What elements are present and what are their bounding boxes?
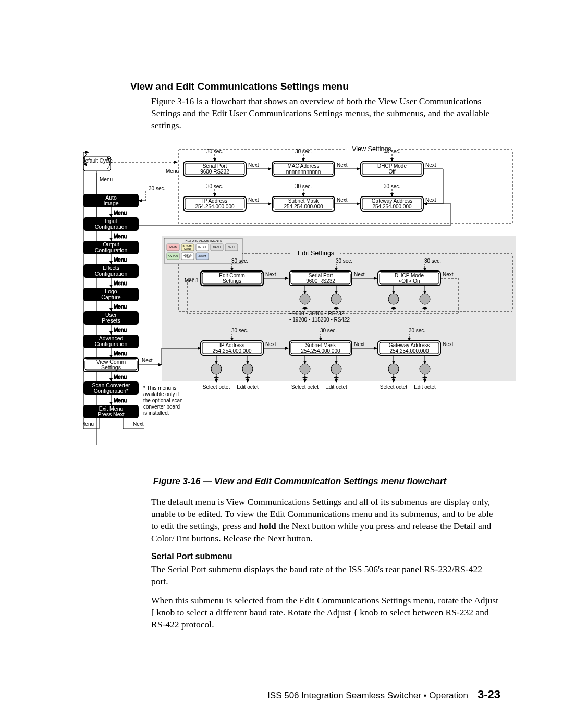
svg-text:Next: Next	[425, 197, 436, 203]
svg-point-155	[331, 294, 341, 304]
svg-text:30 sec.: 30 sec.	[231, 258, 248, 264]
picture-adjustments-panel: PICTURE ADJUSTMENTS R/G/B BRIGHTCONT DET…	[164, 238, 242, 263]
svg-text:254.254.000.000: 254.254.000.000	[372, 204, 412, 209]
svg-text:Gateway Address: Gateway Address	[389, 342, 430, 348]
svg-text:NEXT: NEXT	[228, 245, 235, 249]
svg-text:converter board: converter board	[143, 404, 180, 410]
view-row1: Serial Port 9600 RS232 30 sec. Next Menu…	[166, 149, 443, 204]
figure-caption: Figure 3-16 — View and Edit Communicatio…	[99, 476, 500, 487]
svg-text:Next: Next	[337, 197, 348, 203]
svg-text:is installed.: is installed.	[143, 410, 169, 416]
svg-text:available only if: available only if	[143, 391, 179, 397]
svg-point-153	[300, 294, 310, 304]
svg-point-198	[331, 364, 341, 374]
serial-port-p2: When this submenu is selected from the E…	[151, 595, 500, 631]
svg-text:Off: Off	[388, 169, 395, 175]
svg-text:Next: Next	[354, 272, 365, 277]
svg-text:IP Address: IP Address	[202, 198, 227, 204]
svg-text:ZOOM: ZOOM	[199, 254, 206, 257]
svg-text:Next: Next	[248, 162, 259, 168]
svg-text:Subnet Mask: Subnet Mask	[288, 198, 319, 204]
svg-text:◂▸: ◂▸	[334, 305, 339, 311]
svg-text:Next: Next	[142, 357, 153, 363]
svg-text:9600         RS232: 9600 RS232	[200, 169, 229, 175]
svg-text:30 sec.: 30 sec.	[206, 149, 223, 154]
serial-port-p1: The Serial Port submenu displays the bau…	[151, 563, 500, 587]
svg-text:254.254.000.000: 254.254.000.000	[284, 204, 323, 209]
svg-text:H/V POS: H/V POS	[168, 254, 179, 257]
view-row2: IP Address 254.254.000.000 30 sec. Next …	[183, 183, 436, 211]
svg-text:30 sec.: 30 sec.	[384, 149, 400, 154]
svg-text:R/G/B: R/G/B	[169, 245, 177, 249]
svg-text:30 sec.: 30 sec.	[295, 149, 312, 154]
svg-text:Menu: Menu	[114, 257, 127, 263]
svg-text:30 sec.: 30 sec.	[320, 328, 337, 334]
svg-text:Configuration: Configuration	[95, 270, 128, 277]
svg-text:Menu: Menu	[114, 233, 127, 239]
svg-text:◂▸: ◂▸	[302, 305, 308, 311]
svg-text:Settings: Settings	[223, 278, 241, 284]
svg-text:<Off>         On: <Off> On	[399, 278, 420, 284]
svg-text:Menu: Menu	[114, 351, 127, 356]
svg-text:Menu: Menu	[100, 177, 113, 182]
svg-text:30 sec.: 30 sec.	[336, 258, 352, 264]
svg-text:30 sec.: 30 sec.	[149, 186, 165, 191]
svg-text:Menu: Menu	[114, 304, 127, 310]
svg-text:254.254.000.000: 254.254.000.000	[389, 348, 429, 354]
svg-text:Press Next: Press Next	[97, 411, 124, 417]
svg-text:Select octet: Select octet	[380, 384, 407, 390]
edit-row2: IP Address 254.254.000.000 30 sec. Next …	[201, 328, 454, 355]
figure-flowchart: View Settings Default Cycle Serial Port …	[83, 142, 500, 467]
svg-text:Edit octet: Edit octet	[325, 384, 347, 390]
svg-text:30 sec.: 30 sec.	[384, 183, 400, 189]
svg-text:Presets: Presets	[102, 317, 120, 324]
svg-text:Next: Next	[425, 162, 436, 168]
scan-note: * This menu is	[143, 385, 176, 391]
svg-text:Settings: Settings	[101, 364, 121, 371]
svg-text:Configuration*: Configuration*	[94, 388, 129, 394]
svg-text:Menu: Menu	[83, 421, 94, 427]
svg-text:IP Address: IP Address	[219, 342, 244, 348]
svg-rect-0	[179, 150, 512, 224]
svg-text:Select octet: Select octet	[291, 384, 319, 390]
svg-text:254.254.000.000: 254.254.000.000	[301, 348, 340, 354]
svg-text:Configuration: Configuration	[95, 341, 128, 347]
svg-text:Select octet: Select octet	[203, 384, 230, 390]
svg-text:nnnnnnnnnnnn: nnnnnnnnnnnn	[286, 169, 321, 175]
svg-text:254.254.000.000: 254.254.000.000	[195, 204, 235, 209]
svg-text:Configuration: Configuration	[95, 224, 128, 230]
svg-text:Edit octet: Edit octet	[414, 384, 436, 390]
svg-point-159	[388, 294, 399, 304]
svg-text:Edit Comm: Edit Comm	[219, 273, 244, 278]
svg-point-208	[420, 364, 430, 374]
svg-text:Next: Next	[133, 421, 144, 427]
svg-text:Next: Next	[443, 272, 454, 277]
svg-text:MENU: MENU	[213, 245, 221, 249]
svg-text:Menu: Menu	[114, 398, 127, 403]
svg-text:Configuration: Configuration	[95, 247, 128, 253]
page-footer: ISS 506 Integration Seamless Switcher • …	[68, 688, 500, 701]
svg-text:30 sec.: 30 sec.	[424, 258, 441, 264]
svg-text:Menu: Menu	[114, 280, 127, 286]
svg-point-187	[211, 364, 222, 374]
left-menu-column: Auto Image 30 sec. InputConfiguration Ou…	[83, 186, 165, 418]
section-heading: View and Edit Communications Settings me…	[130, 81, 500, 92]
svg-text:30 sec.: 30 sec.	[231, 328, 248, 334]
svg-text:9600         RS232: 9600 RS232	[306, 278, 335, 284]
svg-point-197	[300, 364, 310, 374]
svg-text:Next: Next	[265, 341, 276, 347]
svg-point-207	[388, 364, 399, 374]
intro-paragraph: Figure 3-16 is a flowchart that shows an…	[151, 95, 500, 131]
svg-text:30 sec.: 30 sec.	[295, 183, 312, 189]
svg-text:TINT: TINT	[185, 256, 190, 259]
serial-port-subheading: Serial Port submenu	[151, 552, 500, 561]
svg-text:30 sec.: 30 sec.	[206, 183, 223, 189]
svg-text:Serial Port: Serial Port	[203, 163, 227, 169]
svg-text:CONT: CONT	[184, 247, 191, 250]
svg-text:Menu: Menu	[114, 374, 127, 380]
svg-text:Edit octet: Edit octet	[237, 384, 259, 390]
svg-text:Menu: Menu	[114, 210, 127, 216]
svg-point-188	[242, 364, 253, 374]
svg-text:DHCP Mode: DHCP Mode	[395, 273, 424, 278]
svg-text:DHCP Mode: DHCP Mode	[377, 163, 407, 169]
